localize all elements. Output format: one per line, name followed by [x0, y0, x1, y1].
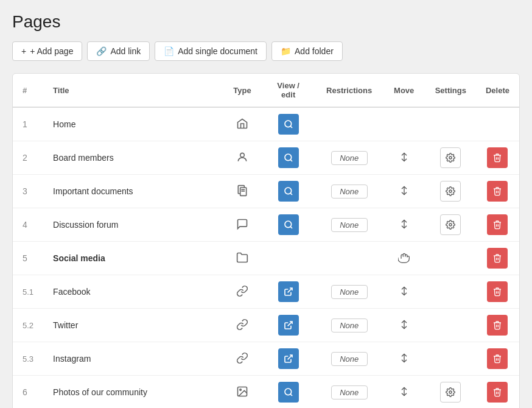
move-arrows[interactable] [399, 152, 409, 162]
delete-button[interactable] [487, 315, 508, 336]
move-arrows[interactable] [399, 219, 409, 229]
view-edit-button[interactable] [278, 382, 299, 403]
svg-point-26 [240, 389, 242, 390]
move-arrows[interactable] [399, 186, 409, 195]
row-title: Important documents [43, 175, 223, 208]
row-move-cell [383, 208, 425, 242]
updown-arrows-icon [399, 186, 409, 195]
view-edit-button[interactable] [278, 147, 299, 168]
search-icon [284, 220, 293, 230]
add-single-document-button[interactable]: 📄 Add single document [155, 41, 267, 61]
settings-button[interactable] [440, 181, 461, 202]
updown-arrows-icon [399, 320, 409, 329]
svg-point-30 [449, 391, 452, 393]
move-arrows[interactable] [399, 286, 409, 296]
row-delete-cell [476, 141, 519, 175]
delete-button[interactable] [487, 348, 508, 369]
col-num-header: # [13, 74, 43, 107]
delete-button[interactable] [487, 147, 508, 168]
row-title: Twitter [43, 309, 223, 342]
row-settings-cell [425, 309, 476, 342]
row-move-cell [383, 342, 425, 376]
add-page-button[interactable]: + + Add page [12, 41, 82, 61]
trash-icon [492, 186, 502, 196]
restriction-badge[interactable]: None [331, 385, 368, 399]
settings-button[interactable] [440, 214, 461, 235]
svg-rect-8 [240, 188, 247, 195]
drag-handle[interactable] [398, 251, 410, 264]
row-move-cell [383, 275, 425, 309]
row-number: 5.3 [13, 342, 43, 376]
row-delete-cell [476, 242, 519, 275]
row-type-icon [223, 376, 261, 409]
home-type-icon [236, 118, 248, 130]
view-edit-button[interactable] [278, 114, 299, 135]
row-settings-cell [425, 275, 476, 309]
trash-icon [492, 220, 502, 230]
delete-button[interactable] [487, 181, 508, 202]
table-row: 5 Social media [13, 242, 519, 275]
move-arrows[interactable] [399, 387, 409, 396]
view-edit-button[interactable] [278, 348, 299, 369]
restriction-badge[interactable]: None [331, 151, 368, 165]
delete-button[interactable] [487, 382, 508, 403]
col-view-header: View / edit [261, 74, 316, 107]
svg-line-1 [290, 126, 292, 128]
view-edit-button[interactable] [278, 181, 299, 202]
row-restrictions-cell: None [316, 309, 383, 342]
row-delete-cell [476, 175, 519, 208]
row-move-cell [383, 141, 425, 175]
updown-arrows-icon [399, 353, 409, 363]
col-title-header: Title [43, 74, 223, 107]
row-number: 5 [13, 242, 43, 275]
row-view-cell [261, 175, 316, 208]
table-row: 4 Discussion forum None [13, 208, 519, 242]
svg-line-4 [290, 160, 292, 161]
trash-icon [492, 153, 502, 163]
col-delete-header: Delete [476, 74, 519, 107]
restriction-badge[interactable]: None [331, 352, 368, 366]
delete-button[interactable] [487, 214, 508, 235]
updown-arrows-icon [399, 387, 409, 396]
col-settings-header: Settings [425, 74, 476, 107]
move-arrows[interactable] [399, 320, 409, 329]
add-folder-button[interactable]: 📁 Add folder [271, 41, 343, 61]
view-edit-button[interactable] [278, 214, 299, 235]
restriction-badge[interactable]: None [331, 185, 368, 199]
view-edit-button[interactable] [278, 281, 299, 302]
settings-button[interactable] [440, 382, 461, 403]
row-view-cell [261, 275, 316, 309]
external-link-icon [284, 320, 293, 330]
row-view-cell [261, 309, 316, 342]
delete-button[interactable] [487, 281, 508, 302]
svg-point-3 [285, 154, 292, 161]
search-icon [284, 186, 293, 196]
col-move-header: Move [383, 74, 425, 107]
trash-icon [492, 354, 502, 364]
row-type-icon [223, 309, 261, 342]
settings-button[interactable] [440, 147, 461, 168]
add-link-label: Add link [110, 46, 141, 56]
row-title: Instagram [43, 342, 223, 376]
settings-icon [446, 220, 455, 230]
row-settings-cell [425, 242, 476, 275]
svg-line-16 [290, 227, 292, 228]
restriction-badge[interactable]: None [331, 218, 368, 232]
svg-line-23 [287, 355, 292, 359]
add-link-button[interactable]: 🔗 Add link [87, 41, 150, 61]
restriction-badge[interactable]: None [331, 318, 368, 332]
page-title: Pages [12, 12, 520, 32]
row-move-cell [383, 242, 425, 275]
svg-line-21 [287, 322, 292, 326]
view-edit-button[interactable] [278, 315, 299, 336]
row-settings-cell [425, 376, 476, 409]
row-number: 5.2 [13, 309, 43, 342]
row-delete-cell [476, 309, 519, 342]
restriction-badge[interactable]: None [331, 285, 368, 299]
move-arrows[interactable] [399, 353, 409, 363]
delete-button[interactable] [487, 248, 508, 269]
row-number: 3 [13, 175, 43, 208]
row-restrictions-cell: None [316, 376, 383, 409]
row-title: Discussion forum [43, 208, 223, 242]
folder-type-icon [236, 251, 248, 264]
